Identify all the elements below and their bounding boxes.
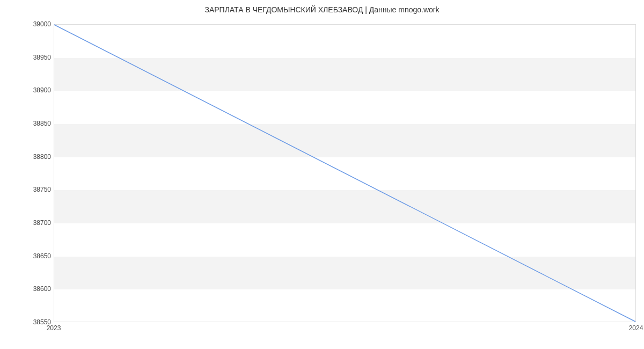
y-tick-label: 38900	[32, 86, 51, 94]
y-tick-label: 38950	[32, 54, 51, 61]
x-tick-label: 2023	[47, 324, 61, 332]
y-tick-label: 38700	[32, 219, 51, 227]
y-tick-label: 38800	[32, 153, 51, 161]
y-tick-label: 38650	[32, 252, 51, 260]
y-tick-label: 38850	[32, 120, 51, 127]
y-tick-label: 38600	[32, 285, 51, 293]
chart-title: ЗАРПЛАТА В ЧЕГДОМЫНСКИЙ ХЛЕБЗАВОД | Данн…	[0, 5, 644, 14]
y-tick-label: 39000	[32, 20, 51, 28]
y-tick-label: 38750	[32, 186, 51, 193]
plot-area	[54, 24, 636, 322]
line-series	[54, 25, 635, 322]
x-tick-label: 2024	[629, 324, 643, 332]
